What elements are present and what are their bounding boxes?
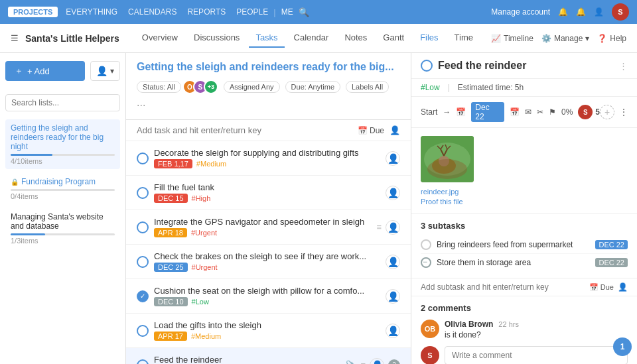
subtask-name: Store them in storage area (437, 258, 531, 267)
notification-float-badge[interactable]: 1 (613, 337, 632, 356)
avatar-dropdown[interactable]: 👤 ▾ (90, 61, 120, 81)
avatar-group: O S +3 (186, 80, 218, 94)
assigned-filter[interactable]: Assigned Any (224, 81, 280, 93)
task-date: APR 18 (154, 228, 187, 237)
nav-me[interactable]: ME (281, 7, 293, 17)
status-filter[interactable]: Status: All (137, 81, 181, 93)
task-content: Feed the reindeer DEC 22 #Low (154, 355, 340, 364)
sidebar-item-list2[interactable]: Fundraising Program 0/4items (5, 173, 120, 204)
image-filename[interactable]: reindeer.jpg (421, 188, 459, 196)
bell-icon[interactable]: 🔔 (558, 7, 568, 17)
tab-discussions[interactable]: Discussions (187, 29, 246, 48)
detail-options-icon[interactable]: ⋮ (620, 107, 628, 117)
task-item[interactable]: Cushion the seat on the sleigh with pill… (126, 279, 411, 314)
comment-count-badge: 2 (388, 359, 400, 365)
task-item[interactable]: Fill the fuel tank DEC 15 #High 👤 (126, 176, 411, 210)
subtask-icon: ≡ (376, 222, 382, 232)
due-filter[interactable]: Due: Anytime (285, 81, 340, 93)
tab-notes[interactable]: Notes (338, 29, 374, 48)
add-subtask-input[interactable] (421, 282, 584, 292)
detail-more-button[interactable]: ⋮ (619, 61, 628, 71)
start-label: Start (421, 107, 437, 117)
assignee-avatar: 👤 (386, 255, 400, 269)
tab-calendar[interactable]: Calendar (287, 29, 336, 48)
subtask-calendar-icon[interactable]: 📅 Due (589, 282, 614, 292)
tab-files[interactable]: Files (413, 29, 445, 48)
menu-icon[interactable]: ☰ (11, 33, 19, 43)
comment-item: OB Olivia Brown 22 hrs is it done? (421, 320, 628, 339)
subtask-date: DEC 22 (595, 258, 628, 267)
tab-overview[interactable]: Overview (135, 29, 184, 48)
task-item[interactable]: Check the brakes on the sleigh to see if… (126, 245, 411, 279)
search-input[interactable] (5, 94, 120, 111)
subtask-checkbox[interactable] (421, 239, 431, 250)
task-name: Decorate the sleigh for supplying and di… (154, 148, 380, 158)
labels-filter[interactable]: Labels All (346, 81, 389, 93)
add-button[interactable]: ＋ + Add (5, 61, 85, 81)
task-icons: 👤 (386, 186, 400, 200)
detail-task-checkbox[interactable] (421, 60, 433, 72)
manage-account-btn[interactable]: Manage account (491, 7, 550, 17)
task-item[interactable]: Integrate the GPS navigator and speedome… (126, 210, 411, 245)
manage-btn[interactable]: ⚙️ Manage ▾ (541, 34, 589, 43)
user-avatar[interactable]: S (612, 3, 629, 21)
notification-icon[interactable]: 🔔 (576, 7, 586, 17)
tab-time[interactable]: Time (448, 29, 480, 48)
svg-point-3 (439, 156, 449, 166)
nav-reports[interactable]: REPORTS (187, 7, 226, 17)
end-date[interactable]: Dec 22 (471, 102, 504, 122)
top-navigation: PROJECTS EVERYTHING CALENDARS REPORTS PE… (0, 0, 637, 24)
calendar-icon: 📅 (456, 107, 466, 117)
task-item[interactable]: Load the gifts into the sleigh APR 17 #M… (126, 314, 411, 348)
detail-avatar-count: 5 (595, 107, 600, 117)
comment-header: Olivia Brown 22 hrs (445, 320, 628, 329)
task-checkbox[interactable] (137, 290, 149, 302)
task-checkbox[interactable] (137, 359, 149, 365)
task-item[interactable]: Decorate the sleigh for supplying and di… (126, 141, 411, 176)
nav-people[interactable]: PEOPLE (236, 7, 268, 17)
task-checkbox[interactable] (137, 152, 149, 164)
user-plus-icon[interactable]: 👤 (594, 7, 604, 17)
comment-input[interactable] (445, 346, 628, 364)
sidebar-item-list1[interactable]: Getting the sleigh and reindeers ready f… (5, 119, 120, 169)
add-task-input[interactable] (137, 125, 352, 135)
svg-point-2 (432, 158, 456, 174)
task-date: FEB 1,17 (154, 159, 192, 168)
task-content: Decorate the sleigh for supplying and di… (154, 148, 380, 168)
task-checkbox[interactable] (137, 325, 149, 337)
task-image-thumbnail[interactable] (421, 136, 474, 182)
list1-title: Getting the sleigh and reindeers ready f… (11, 123, 115, 151)
assignee-avatar: 👤 (370, 358, 384, 365)
task-checkbox[interactable] (137, 187, 149, 199)
add-assignee-button[interactable]: + (600, 105, 614, 119)
commenter-avatar: OB (421, 320, 439, 338)
task-content: Fill the fuel tank DEC 15 #High (154, 182, 380, 203)
avatar-icon: 👤 (96, 66, 107, 76)
task-item-selected[interactable]: Feed the reindeer DEC 22 #Low 📎 ≡ 👤 2 (126, 348, 411, 364)
task-checkbox[interactable] (137, 221, 149, 233)
progress-value[interactable]: 0% (561, 107, 573, 117)
calendar-icon[interactable]: 📅 Due (358, 125, 384, 135)
sidebar-item-list3[interactable]: Managing Santa's website and database 1/… (5, 208, 120, 249)
search-icon[interactable]: 🔍 (299, 7, 309, 17)
add-task-actions: 📅 Due 👤 (358, 125, 400, 135)
nav-everything[interactable]: EVERYTHING (66, 7, 117, 17)
assignee-icon[interactable]: 👤 (389, 125, 400, 135)
tab-gantt[interactable]: Gantt (376, 29, 411, 48)
timeline-btn[interactable]: 📈 Timeline (491, 34, 533, 43)
more-options-button[interactable]: ··· (137, 99, 145, 111)
add-task-bar: 📅 Due 👤 (126, 120, 411, 141)
subtask-item[interactable]: Store them in storage area DEC 22 (421, 254, 628, 271)
detail-avatar: S (578, 105, 593, 119)
subtask-item[interactable]: Bring reindeers feed from supermarket DE… (421, 236, 628, 254)
proof-link[interactable]: Proof this file (421, 198, 628, 206)
subtask-assignee-icon[interactable]: 👤 (618, 282, 628, 292)
nav-calendars[interactable]: CALENDARS (128, 7, 177, 17)
task-meta: FEB 1,17 #Medium (154, 159, 380, 168)
projects-badge[interactable]: PROJECTS (8, 7, 58, 17)
task-icons: ≡ 👤 (376, 220, 400, 235)
task-checkbox[interactable] (137, 256, 149, 268)
tab-tasks[interactable]: Tasks (249, 29, 284, 48)
subtask-checkbox[interactable] (421, 257, 431, 268)
help-btn[interactable]: ❓ Help (597, 34, 626, 43)
